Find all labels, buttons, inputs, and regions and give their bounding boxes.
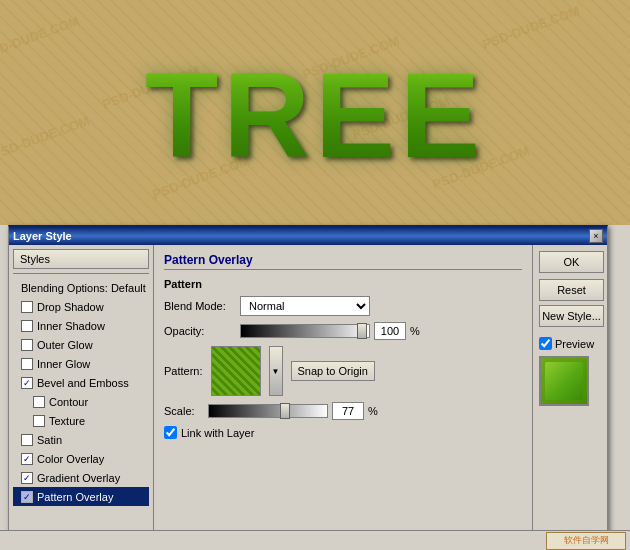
- layer-item-contour[interactable]: Contour: [13, 392, 149, 411]
- outer-glow-label: Outer Glow: [37, 339, 93, 351]
- bottom-logo: 软件自学网: [546, 532, 626, 550]
- layer-item-texture[interactable]: Texture: [13, 411, 149, 430]
- contour-label: Contour: [49, 396, 88, 408]
- scale-slider-thumb: [280, 403, 290, 419]
- preview-section: Preview: [539, 337, 601, 406]
- layer-item-inner-glow[interactable]: Inner Glow: [13, 354, 149, 373]
- section-title: Pattern Overlay: [164, 253, 522, 270]
- layer-item-pattern-overlay[interactable]: Pattern Overlay: [13, 487, 149, 506]
- layer-item-inner-shadow[interactable]: Inner Shadow: [13, 316, 149, 335]
- pattern-preview[interactable]: [211, 346, 261, 396]
- opacity-slider-container: %: [240, 322, 522, 340]
- inner-glow-label: Inner Glow: [37, 358, 90, 370]
- scale-value-input[interactable]: [332, 402, 364, 420]
- styles-button[interactable]: Styles: [13, 249, 149, 269]
- layer-style-dialog: Layer Style × Styles Blending Options: D…: [8, 225, 608, 543]
- opacity-slider-thumb: [357, 323, 367, 339]
- canvas-area: PSD-DUDE.COM PSD-DUDE.COM PSD-DUDE.COM P…: [0, 0, 630, 230]
- right-panel: OK Reset New Style... Preview: [532, 245, 607, 542]
- dialog-title: Layer Style: [13, 230, 72, 242]
- dialog-overlay: Layer Style × Styles Blending Options: D…: [0, 225, 630, 550]
- satin-label: Satin: [37, 434, 62, 446]
- snap-to-origin-button[interactable]: Snap to Origin: [291, 361, 375, 381]
- ok-button[interactable]: OK: [539, 251, 604, 273]
- dialog-titlebar: Layer Style ×: [9, 227, 607, 245]
- middle-panel: Pattern Overlay Pattern Blend Mode: Norm…: [154, 245, 532, 542]
- layer-item-satin[interactable]: Satin: [13, 430, 149, 449]
- watermark-3: PSD-DUDE.COM: [0, 113, 91, 162]
- texture-checkbox[interactable]: [33, 415, 45, 427]
- scale-slider[interactable]: [208, 404, 328, 418]
- drop-shadow-checkbox[interactable]: [21, 301, 33, 313]
- blend-mode-select[interactable]: Normal Dissolve Multiply Screen Overlay: [240, 296, 370, 316]
- satin-checkbox[interactable]: [21, 434, 33, 446]
- blend-mode-row: Blend Mode: Normal Dissolve Multiply Scr…: [164, 296, 522, 316]
- inner-glow-checkbox[interactable]: [21, 358, 33, 370]
- reset-button[interactable]: Reset: [539, 279, 604, 301]
- link-layer-label: Link with Layer: [181, 427, 254, 439]
- blend-mode-label: Blend Mode:: [164, 300, 234, 312]
- layer-item-bevel-emboss[interactable]: Bevel and Emboss: [13, 373, 149, 392]
- pattern-overlay-label: Pattern Overlay: [37, 491, 113, 503]
- texture-label: Texture: [49, 415, 85, 427]
- pattern-label: Pattern:: [164, 365, 203, 377]
- inner-shadow-checkbox[interactable]: [21, 320, 33, 332]
- preview-check-row: Preview: [539, 337, 594, 350]
- left-panel: Styles Blending Options: Default Drop Sh…: [9, 245, 154, 542]
- outer-glow-checkbox[interactable]: [21, 339, 33, 351]
- inner-shadow-label: Inner Shadow: [37, 320, 105, 332]
- color-overlay-checkbox[interactable]: [21, 453, 33, 465]
- pattern-row: Pattern: ▼ Snap to Origin: [164, 346, 522, 396]
- sub-title: Pattern: [164, 278, 522, 290]
- opacity-percent: %: [410, 325, 420, 337]
- pattern-overlay-checkbox[interactable]: [21, 491, 33, 503]
- bottom-bar: 软件自学网: [0, 530, 630, 550]
- preview-label: Preview: [555, 338, 594, 350]
- link-layer-row: Link with Layer: [164, 426, 522, 439]
- contour-checkbox[interactable]: [33, 396, 45, 408]
- scale-percent: %: [368, 405, 378, 417]
- preview-thumbnail: [539, 356, 589, 406]
- new-style-button[interactable]: New Style...: [539, 305, 604, 327]
- dialog-close-button[interactable]: ×: [589, 229, 603, 243]
- layer-item-outer-glow[interactable]: Outer Glow: [13, 335, 149, 354]
- gradient-overlay-label: Gradient Overlay: [37, 472, 120, 484]
- pattern-dropdown-button[interactable]: ▼: [269, 346, 283, 396]
- opacity-slider[interactable]: [240, 324, 370, 338]
- blending-options-label: Blending Options: Default: [21, 282, 146, 294]
- opacity-label: Opacity:: [164, 325, 234, 337]
- watermark-1: PSD-DUDE.COM: [0, 13, 81, 62]
- color-overlay-label: Color Overlay: [37, 453, 104, 465]
- scale-label: Scale:: [164, 405, 204, 417]
- layer-item-blending-options[interactable]: Blending Options: Default: [13, 278, 149, 297]
- opacity-row: Opacity: %: [164, 322, 522, 340]
- opacity-value-input[interactable]: [374, 322, 406, 340]
- preview-checkbox[interactable]: [539, 337, 552, 350]
- link-layer-checkbox[interactable]: [164, 426, 177, 439]
- layer-item-gradient-overlay[interactable]: Gradient Overlay: [13, 468, 149, 487]
- gradient-overlay-checkbox[interactable]: [21, 472, 33, 484]
- bevel-emboss-checkbox[interactable]: [21, 377, 33, 389]
- dialog-body: Styles Blending Options: Default Drop Sh…: [9, 245, 607, 542]
- scale-row: Scale: %: [164, 402, 522, 420]
- drop-shadow-label: Drop Shadow: [37, 301, 104, 313]
- watermark-8: PSD-DUDE.COM: [481, 3, 582, 52]
- bevel-emboss-label: Bevel and Emboss: [37, 377, 129, 389]
- layer-item-color-overlay[interactable]: Color Overlay: [13, 449, 149, 468]
- separator: [13, 273, 149, 274]
- layer-item-drop-shadow[interactable]: Drop Shadow: [13, 297, 149, 316]
- tree-text: TREE: [145, 46, 485, 184]
